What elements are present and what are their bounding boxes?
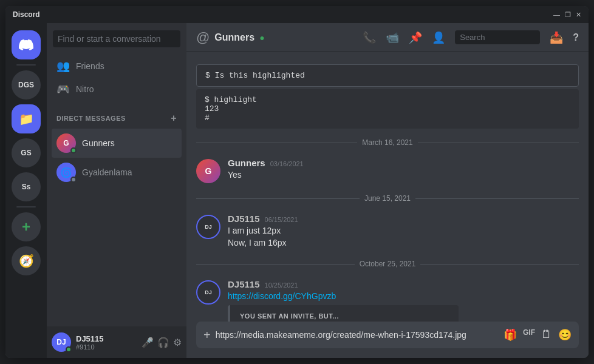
header-search-input[interactable] [455, 30, 540, 44]
server-divider-2 [16, 206, 36, 207]
chat-header-name: @ Gunners ● [196, 30, 355, 46]
chat-input-wrapper: + 🎁 GIF 🗒 😊 [196, 322, 579, 348]
window-controls: — ❐ ✕ [553, 11, 581, 19]
close-btn[interactable]: ✕ [576, 11, 581, 19]
pin-btn[interactable]: 📌 [409, 31, 422, 44]
call-btn[interactable]: 📞 [363, 31, 376, 44]
invite-link[interactable]: https://discord.gg/CYhGpvzb [228, 291, 336, 301]
chat-header-actions: 📞 📹 📌 👤 📥 ? [363, 30, 579, 44]
nitro-nav-item[interactable]: 🎮 Nitro [52, 78, 182, 101]
dj5115-msg-avatar-2: DJ [196, 280, 220, 305]
dm-item-gyaldenlama[interactable]: 🌀 Gyaldenlama [52, 158, 182, 187]
user-controls: 🎤 🎧 ⚙ [142, 337, 182, 348]
dm-nav: 👥 Friends 🎮 Nitro [47, 52, 186, 103]
dm-item-gunners[interactable]: G Gunners [52, 129, 182, 158]
msg3-content: DJ5115 10/25/2021 https://discord.gg/CYh… [228, 279, 579, 322]
discord-home-icon[interactable] [12, 30, 41, 59]
code-block-1: $ Is this highlighted [196, 64, 579, 87]
friends-icon: 👥 [56, 59, 70, 73]
attach-btn[interactable]: + [203, 328, 211, 342]
input-actions: 🎁 GIF 🗒 😊 [504, 328, 572, 342]
server-divider [16, 64, 36, 66]
dm-section-header: DIRECT MESSAGES + [47, 103, 186, 126]
server-dgs[interactable]: DGS [12, 70, 41, 99]
server-folder[interactable]: 📁 [12, 104, 41, 133]
add-member-btn[interactable]: 👤 [432, 31, 445, 44]
code-block-2: $ highlight 123 # [196, 89, 579, 129]
video-btn[interactable]: 📹 [386, 31, 399, 44]
message-input[interactable] [216, 324, 499, 346]
main-layout: DGS 📁 GS Ss + 🧭 [5, 23, 589, 358]
window-title: Discord [13, 10, 40, 19]
title-bar: Discord — ❐ ✕ [5, 6, 589, 23]
discover-btn[interactable]: 🧭 [12, 246, 41, 275]
mic-btn[interactable]: 🎤 [142, 337, 154, 348]
dm-search-area [47, 23, 186, 52]
messages-container: $ Is this highlighted $ highlight 123 # … [186, 52, 589, 322]
nitro-icon: 🎮 [56, 83, 70, 96]
gunners-msg-avatar: G [196, 159, 220, 183]
message-row-3: DJ DJ5115 10/25/2021 https://discord.gg/… [186, 278, 589, 322]
settings-btn[interactable]: ⚙ [173, 337, 182, 348]
user-status-dot [66, 346, 72, 352]
msg1-content: Gunners 03/16/2021 Yes [228, 158, 579, 183]
gif-btn[interactable]: GIF [523, 328, 535, 342]
help-btn[interactable]: ? [573, 32, 579, 43]
emoji-btn[interactable]: 😊 [558, 328, 572, 342]
chat-area: @ Gunners ● 📞 📹 📌 👤 📥 ? $ Is this high [186, 23, 589, 358]
message-row-1: G Gunners 03/16/2021 Yes [186, 157, 589, 184]
date-divider-2: June 15, 2021 [196, 194, 579, 203]
server-gs[interactable]: GS [12, 138, 41, 167]
minimize-btn[interactable]: — [553, 11, 560, 19]
dm-list: G Gunners 🌀 Gyaldenlama [47, 126, 186, 326]
message-row-2: DJ DJ5115 06/15/2021 I am just 12px Now,… [186, 212, 589, 250]
server-ss[interactable]: Ss [12, 172, 41, 201]
user-panel: DJ DJ5115 #9110 🎤 🎧 ⚙ [47, 326, 186, 358]
discord-window: Discord — ❐ ✕ DGS 📁 GS [5, 6, 589, 358]
gyaldenlama-status [70, 177, 77, 183]
add-dm-btn[interactable]: + [171, 113, 177, 124]
msg2-content: DJ5115 06/15/2021 I am just 12px Now, I … [228, 214, 579, 249]
dm-channel-icon: @ [196, 30, 210, 46]
chat-header: @ Gunners ● 📞 📹 📌 👤 📥 ? [186, 23, 589, 52]
gunners-status [70, 147, 77, 153]
invite-card: YOU SENT AN INVITE, BUT... 🗒 Invalid Inv… [228, 305, 459, 322]
date-divider-3: October 25, 2021 [196, 260, 579, 268]
gunners-avatar: G [56, 133, 76, 153]
online-status-dot: ● [259, 33, 264, 42]
friends-nav-item[interactable]: 👥 Friends [52, 55, 182, 78]
user-info: DJ5115 #9110 [76, 334, 137, 351]
chat-input-area: + 🎁 GIF 🗒 😊 [186, 322, 589, 358]
gyaldenlama-avatar: 🌀 [56, 163, 76, 182]
headset-btn[interactable]: 🎧 [157, 337, 169, 348]
inbox-btn[interactable]: 📥 [550, 31, 563, 44]
user-avatar: DJ [52, 332, 71, 352]
server-sidebar: DGS 📁 GS Ss + 🧭 [5, 23, 47, 358]
gift-btn[interactable]: 🎁 [504, 328, 517, 342]
add-server-btn[interactable]: + [12, 212, 41, 241]
maximize-btn[interactable]: ❐ [565, 11, 571, 19]
dj5115-msg-avatar-1: DJ [196, 215, 220, 239]
search-input[interactable] [53, 30, 180, 47]
dm-sidebar: 👥 Friends 🎮 Nitro DIRECT MESSAGES + G [47, 23, 186, 358]
sticker-btn[interactable]: 🗒 [541, 328, 552, 342]
date-divider-1: March 16, 2021 [196, 138, 579, 147]
